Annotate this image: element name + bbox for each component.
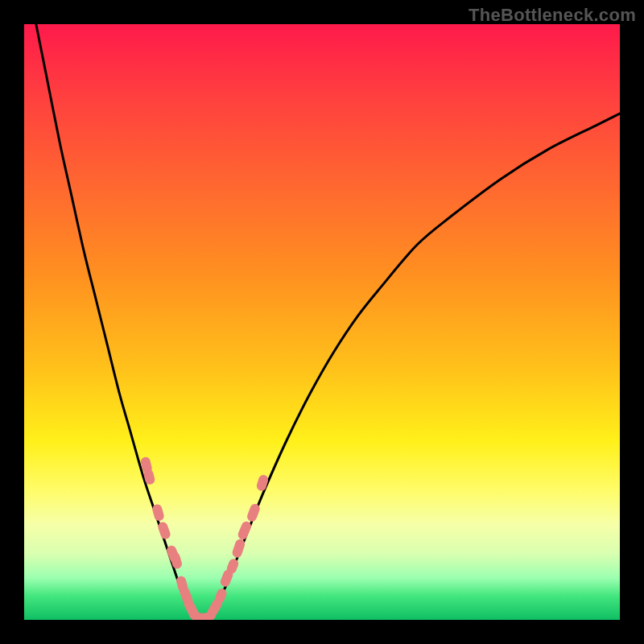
watermark-text: TheBottleneck.com (469, 5, 636, 26)
curves-group (36, 24, 620, 620)
left-curve (36, 24, 197, 620)
plot-area (24, 24, 620, 620)
plot-svg (24, 24, 620, 620)
markers-group (139, 456, 269, 620)
chart-container: TheBottleneck.com (0, 0, 644, 644)
right-curve (208, 114, 620, 620)
data-marker (255, 473, 269, 492)
